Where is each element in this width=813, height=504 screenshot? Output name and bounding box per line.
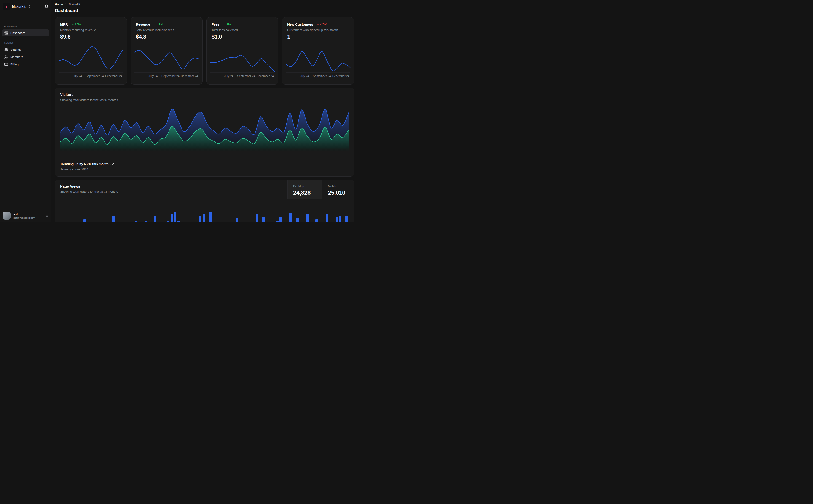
stat-title: New Customers <box>287 22 313 26</box>
stat-value: 1 <box>287 34 349 40</box>
x-tick-label: September 24 <box>86 74 104 78</box>
page-views-bar <box>326 214 328 222</box>
sidebar-nav: Application Dashboard Settings Settings … <box>0 21 51 68</box>
main-content: Home Makerkit Dashboard MRR 20% Monthly … <box>51 0 356 222</box>
new-customers-sparkline-chart <box>286 45 350 72</box>
page-views-bar <box>135 221 137 222</box>
stat-card-fees: Fees 9% Total fees collected $1.0 July 2… <box>206 17 278 85</box>
trend-value: 20% <box>75 23 81 26</box>
stat-title: Revenue <box>136 22 150 26</box>
x-tick-label: July 24 <box>149 74 158 78</box>
sidebar-item-members[interactable]: Members <box>2 53 49 60</box>
chevrons-up-down-icon <box>45 214 48 217</box>
breadcrumb-home-link[interactable]: Home <box>55 3 63 6</box>
trend-badge: 20% <box>71 23 81 26</box>
breadcrumb: Home Makerkit <box>55 2 354 6</box>
page-views-bar <box>336 217 338 222</box>
trend-value: 12% <box>157 23 163 26</box>
x-axis-labels: July 24 September 24 December 24 <box>286 74 350 78</box>
stat-description: Total revenue including fees <box>136 28 197 32</box>
gear-icon <box>4 48 8 52</box>
arrow-down-icon <box>316 23 319 26</box>
x-tick-label: December 24 <box>181 74 198 78</box>
page-views-bar <box>173 212 176 222</box>
notifications-button[interactable] <box>44 4 48 8</box>
page-views-bar <box>199 216 201 222</box>
page-views-bar <box>112 216 115 222</box>
page-views-bar <box>256 214 259 222</box>
users-icon <box>4 55 8 59</box>
page-views-bar <box>177 221 180 222</box>
nav-section-application: Application <box>2 25 49 27</box>
mrr-sparkline <box>59 45 123 72</box>
arrow-up-icon <box>71 23 74 26</box>
visitors-title: Visitors <box>60 93 349 97</box>
page-views-bar <box>83 219 86 222</box>
breadcrumb-current[interactable]: Makerkit <box>69 3 80 6</box>
stat-title: Fees <box>212 22 219 26</box>
page-views-bar <box>209 212 212 222</box>
x-tick-label: September 24 <box>161 74 179 78</box>
page-views-bar <box>306 214 309 222</box>
stat-cards-row: MRR 20% Monthly recurring revenue $9.6 J… <box>55 17 354 85</box>
stat-description: Monthly recurring revenue <box>60 28 122 32</box>
page-views-bar <box>202 214 205 222</box>
page-views-title: Page Views <box>60 184 283 188</box>
page-views-bar <box>302 222 305 222</box>
x-tick-label: July 24 <box>224 74 234 78</box>
page-views-bar <box>154 216 156 222</box>
chevrons-up-down-icon <box>28 5 31 8</box>
stat-card-revenue: Revenue 12% Total revenue including fees… <box>130 17 202 85</box>
desktop-value: 24,828 <box>293 189 320 196</box>
visitors-range-text: January - June 2024 <box>60 167 114 171</box>
user-menu[interactable]: test test@makerkit.dev <box>0 209 51 222</box>
page-views-bar <box>345 216 348 222</box>
new-customers-sparkline <box>286 45 350 72</box>
x-tick-label: December 24 <box>257 74 274 78</box>
stat-description: Customers who signed up this month <box>287 28 349 32</box>
page-title: Dashboard <box>55 8 354 13</box>
x-tick-label: September 24 <box>237 74 255 78</box>
trending-up-icon <box>110 162 114 166</box>
page-views-card: Page Views Showing total visitors for th… <box>55 180 354 222</box>
chart-bottom-fade <box>60 147 349 152</box>
stat-value: $4.3 <box>136 34 197 40</box>
chevron-right-icon <box>64 3 67 6</box>
arrow-up-icon <box>153 23 156 26</box>
sidebar-item-settings[interactable]: Settings <box>2 46 49 53</box>
gridline <box>286 72 350 73</box>
page-views-header: Page Views Showing total visitors for th… <box>55 180 354 199</box>
page-views-bar <box>296 218 299 222</box>
nav-section-settings: Settings <box>2 41 49 44</box>
sidebar-item-billing[interactable]: Billing <box>2 61 49 68</box>
user-avatar <box>3 212 11 220</box>
page-views-bar <box>315 219 318 222</box>
sidebar-item-dashboard[interactable]: Dashboard <box>2 29 49 36</box>
toggle-mobile[interactable]: Mobile 25,010 <box>322 180 354 199</box>
sidebar-item-label: Dashboard <box>10 31 25 35</box>
page-views-bar-chart <box>60 199 349 222</box>
trend-value: 9% <box>227 23 231 26</box>
workspace-selector[interactable] <box>28 5 31 8</box>
dashboard-grid-icon <box>4 31 8 35</box>
trend-badge: -25% <box>316 23 327 26</box>
gridline <box>59 72 123 73</box>
sidebar-item-label: Billing <box>10 63 19 66</box>
workspace-name: Makerkit <box>12 5 25 8</box>
stat-card-new-customers: New Customers -25% Customers who signed … <box>282 17 354 85</box>
user-email: test@makerkit.dev <box>13 216 35 219</box>
revenue-sparkline <box>134 45 199 72</box>
fees-sparkline <box>210 45 275 72</box>
trend-badge: 9% <box>223 23 231 26</box>
visitors-footer: Trending up by 5.2% this month January -… <box>60 162 114 171</box>
x-tick-label: December 24 <box>332 74 349 78</box>
stat-card-header: Revenue 12% <box>136 22 197 26</box>
visitors-subtitle: Showing total visitors for the last 6 mo… <box>60 98 349 102</box>
makerkit-logo: m <box>3 3 10 10</box>
makerkit-logo-letter: m <box>4 4 9 9</box>
toggle-desktop[interactable]: Desktop 24,828 <box>288 180 322 199</box>
user-menu-chevrons[interactable] <box>45 214 48 217</box>
page-views-bar <box>144 221 147 222</box>
fees-sparkline-chart <box>210 45 275 72</box>
user-name: test <box>13 212 35 216</box>
